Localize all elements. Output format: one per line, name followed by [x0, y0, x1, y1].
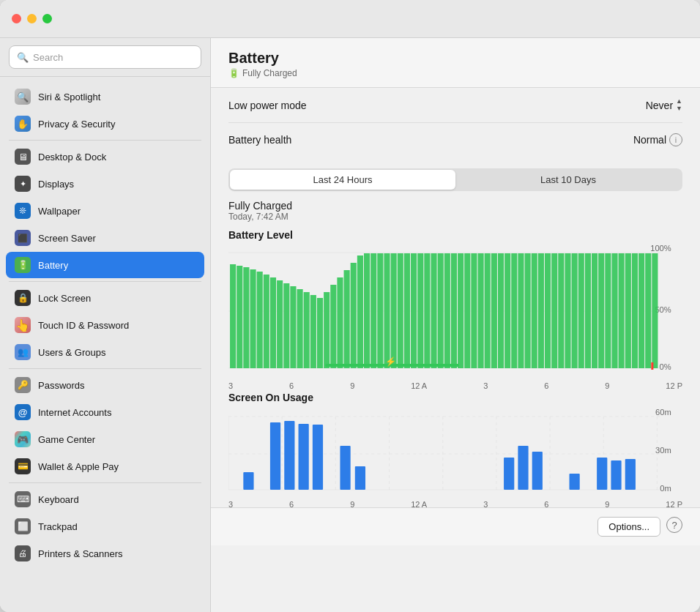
sidebar-item-desktop-dock[interactable]: 🖥 Desktop & Dock — [6, 143, 204, 170]
tab-last-24-hours[interactable]: Last 24 Hours — [230, 170, 455, 190]
svg-rect-59 — [585, 253, 591, 368]
screen-chart-svg: 60m 30m 0m — [228, 408, 682, 496]
svg-rect-89 — [270, 422, 280, 490]
low-power-mode-stepper[interactable]: ▲ ▼ — [676, 98, 682, 112]
svg-rect-53 — [545, 253, 551, 368]
svg-rect-61 — [598, 253, 604, 368]
maximize-button[interactable] — [42, 14, 52, 23]
main-header: Battery 🔋 Fully Charged — [211, 38, 700, 88]
svg-rect-39 — [451, 253, 457, 368]
svg-rect-37 — [438, 253, 444, 368]
svg-rect-36 — [431, 253, 436, 368]
svg-rect-31 — [398, 253, 403, 368]
svg-rect-32 — [404, 253, 410, 368]
svg-rect-34 — [417, 253, 423, 368]
svg-rect-27 — [371, 253, 376, 368]
svg-rect-8 — [243, 267, 249, 368]
time-tabs: Last 24 Hours Last 10 Days — [228, 168, 682, 191]
wallpaper-icon: ❊ — [15, 203, 31, 219]
svg-rect-58 — [578, 253, 584, 368]
sidebar-item-touchid-password[interactable]: 👆 Touch ID & Password — [6, 312, 204, 338]
svg-rect-28 — [377, 253, 383, 368]
internet-accounts-label: Internet Accounts — [38, 407, 111, 418]
svg-rect-68 — [645, 253, 651, 368]
svg-rect-24 — [351, 263, 357, 368]
svg-rect-51 — [532, 253, 537, 368]
sidebar-item-keyboard[interactable]: ⌨ Keyboard — [6, 486, 204, 512]
siri-spotlight-icon: 🔍 — [15, 89, 31, 105]
sidebar-item-battery[interactable]: 🔋 Battery — [6, 252, 204, 278]
sidebar-item-trackpad[interactable]: ⬜ Trackpad — [6, 513, 204, 540]
sidebar-item-wallpaper[interactable]: ❊ Wallpaper — [6, 198, 204, 224]
system-preferences-window: 🔍 Search 🔍 Siri & Spotlight ✋ Privacy & … — [0, 0, 700, 612]
sidebar-item-lock-screen[interactable]: 🔒 Lock Screen — [6, 285, 204, 311]
svg-rect-10 — [257, 272, 263, 368]
wallpaper-label: Wallpaper — [38, 206, 81, 217]
help-button[interactable]: ? — [666, 517, 682, 533]
sidebar-item-privacy-security[interactable]: ✋ Privacy & Security — [6, 111, 204, 137]
close-button[interactable] — [12, 14, 21, 23]
battery-chart-svg: 100% 50% 0% — [228, 245, 682, 377]
sidebar-item-passwords[interactable]: 🔑 Passwords — [6, 372, 204, 398]
svg-text:60m: 60m — [655, 408, 671, 417]
svg-rect-14 — [283, 283, 289, 368]
settings-section: Low power mode Never ▲ ▼ Battery health … — [211, 88, 700, 157]
svg-rect-66 — [632, 253, 638, 368]
svg-rect-90 — [284, 421, 294, 490]
battery-health-info-button[interactable]: i — [669, 133, 682, 146]
game-center-label: Game Center — [38, 434, 95, 445]
sidebar-item-printers-scanners[interactable]: 🖨 Printers & Scanners — [6, 540, 204, 567]
svg-rect-47 — [504, 253, 510, 368]
svg-rect-6 — [230, 264, 236, 368]
search-box[interactable]: 🔍 Search — [9, 45, 201, 69]
sidebar-item-internet-accounts[interactable]: @ Internet Accounts — [6, 399, 204, 425]
content-area: 🔍 Search 🔍 Siri & Spotlight ✋ Privacy & … — [0, 38, 700, 612]
sidebar-item-users-groups[interactable]: 👥 Users & Groups — [6, 339, 204, 365]
trackpad-label: Trackpad — [38, 521, 78, 532]
trackpad-icon: ⬜ — [15, 518, 31, 534]
svg-text:0m: 0m — [660, 484, 671, 493]
svg-rect-69 — [652, 253, 658, 368]
battery-health-row: Battery health Normal i — [228, 123, 682, 157]
battery-full-icon: 🔋 — [228, 68, 239, 78]
battery-icon: 🔋 — [15, 257, 31, 273]
svg-rect-35 — [424, 253, 430, 368]
search-container: 🔍 Search — [0, 38, 210, 77]
sidebar-item-game-center[interactable]: 🎮 Game Center — [6, 426, 204, 452]
svg-rect-13 — [277, 280, 283, 368]
svg-text:100%: 100% — [650, 245, 671, 253]
svg-rect-54 — [551, 253, 557, 368]
stepper-up-icon: ▲ — [676, 98, 682, 105]
displays-icon: ✦ — [15, 176, 31, 192]
svg-rect-25 — [357, 255, 363, 368]
touchid-icon: 👆 — [15, 317, 31, 333]
sidebar-item-wallet-applepay[interactable]: 💳 Wallet & Apple Pay — [6, 453, 204, 479]
battery-health-label: Battery health — [228, 134, 291, 146]
screen-saver-label: Screen Saver — [38, 233, 96, 244]
titlebar — [0, 0, 700, 38]
desktop-dock-icon: 🖥 — [15, 149, 31, 165]
options-button[interactable]: Options... — [597, 517, 660, 537]
svg-rect-96 — [518, 446, 528, 490]
tab-last-10-days[interactable]: Last 10 Days — [455, 170, 681, 190]
svg-rect-100 — [611, 460, 621, 490]
sidebar-item-displays[interactable]: ✦ Displays — [6, 171, 204, 197]
minimize-button[interactable] — [27, 14, 37, 23]
svg-rect-15 — [290, 286, 296, 368]
sidebar-item-siri-spotlight[interactable]: 🔍 Siri & Spotlight — [6, 83, 204, 110]
svg-rect-21 — [330, 285, 336, 368]
svg-rect-99 — [597, 458, 607, 490]
svg-text:30m: 30m — [655, 446, 671, 455]
lock-screen-icon: 🔒 — [15, 290, 31, 306]
svg-rect-94 — [355, 466, 365, 490]
svg-rect-65 — [625, 253, 631, 368]
svg-rect-52 — [538, 253, 544, 368]
svg-rect-43 — [477, 253, 483, 368]
battery-health-text: Normal — [633, 134, 666, 146]
sidebar-item-screen-saver[interactable]: ⬛ Screen Saver — [6, 225, 204, 251]
charge-status: Fully Charged Today, 7:42 AM — [228, 200, 682, 222]
svg-rect-55 — [558, 253, 564, 368]
privacy-security-label: Privacy & Security — [38, 119, 115, 130]
privacy-security-icon: ✋ — [15, 116, 31, 132]
svg-rect-11 — [264, 275, 269, 368]
